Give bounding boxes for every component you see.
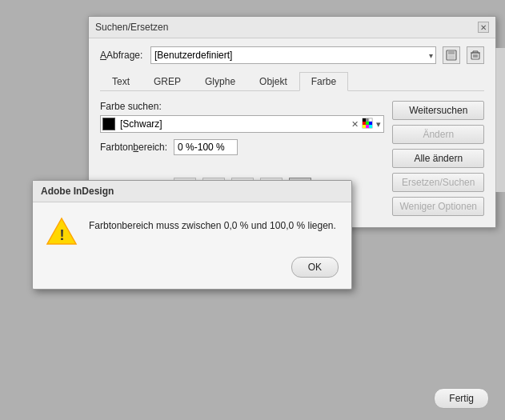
farbe-suchen-label: Farbe suchen:	[100, 101, 384, 112]
alert-body: ! Farbtonbereich muss zwischen 0,0 % und…	[33, 202, 351, 257]
dialog-title: Suchen/Ersetzen	[95, 22, 168, 33]
farbton-input[interactable]	[174, 139, 238, 155]
svg-rect-18	[363, 125, 366, 128]
svg-rect-2	[448, 55, 455, 59]
svg-rect-15	[363, 122, 366, 125]
abfrage-select[interactable]: [Benutzerdefiniert]	[150, 46, 436, 64]
alert-title: Adobe InDesign	[41, 186, 114, 197]
farbton-row: Farbtonbereich:	[100, 139, 384, 155]
alert-titlebar: Adobe InDesign	[33, 181, 351, 202]
tab-grep[interactable]: GREP	[142, 72, 193, 91]
tabs-row: Text GREP Glyphe Objekt Farbe	[100, 72, 484, 91]
svg-rect-16	[366, 122, 369, 125]
color-icons: ✕	[351, 117, 382, 131]
alert-footer: OK	[33, 257, 351, 289]
alle-aendern-button[interactable]: Alle ändern	[392, 149, 484, 168]
ersetzen-suchen-button[interactable]: Ersetzen/Suchen	[392, 173, 484, 192]
abfrage-label: AAbfrage:	[100, 50, 144, 61]
color-menu-icon[interactable]: ▾	[375, 118, 382, 130]
tab-text[interactable]: Text	[100, 72, 142, 91]
warning-icon: !	[46, 215, 78, 247]
abfrage-select-wrapper: [Benutzerdefiniert] ▾	[150, 46, 436, 64]
farbton-label: Farbtonbereich:	[100, 142, 167, 153]
svg-rect-20	[369, 125, 372, 128]
fertig-button[interactable]: Fertig	[434, 388, 489, 409]
alert-dialog: Adobe InDesign ! Farbtonbereich muss zwi…	[32, 180, 352, 290]
tab-objekt[interactable]: Objekt	[247, 72, 299, 91]
svg-rect-17	[369, 122, 372, 125]
delete-query-button[interactable]	[467, 46, 484, 64]
tab-glyphe[interactable]: Glyphe	[193, 72, 247, 91]
abfrage-row: AAbfrage: [Benutzerdefiniert] ▾	[100, 46, 484, 64]
dialog-titlebar: Suchen/Ersetzen ✕	[89, 17, 495, 38]
close-button[interactable]: ✕	[478, 22, 489, 33]
svg-rect-14	[369, 118, 372, 122]
svg-rect-12	[363, 118, 366, 122]
color-input-row: ✕	[100, 115, 384, 133]
right-panel: Weitersuchen Ändern Alle ändern Ersetzen…	[392, 101, 484, 216]
alert-message: Farbtonbereich muss zwischen 0,0 % und 1…	[89, 215, 336, 233]
ok-button[interactable]: OK	[291, 257, 339, 278]
color-name-input[interactable]	[117, 118, 349, 130]
right-edge-panel	[495, 48, 505, 192]
weniger-optionen-button[interactable]: Weniger Optionen	[392, 197, 484, 216]
save-query-button[interactable]	[443, 46, 460, 64]
color-picker-icon[interactable]	[361, 117, 374, 131]
aendern-button[interactable]: Ändern	[392, 125, 484, 144]
svg-rect-19	[366, 125, 369, 128]
tab-farbe[interactable]: Farbe	[299, 72, 348, 91]
fertig-row: Fertig	[434, 388, 489, 409]
svg-rect-1	[448, 50, 455, 54]
svg-rect-13	[366, 118, 369, 122]
color-swatch	[102, 118, 115, 130]
svg-text:!: !	[60, 227, 65, 243]
clear-color-icon[interactable]: ✕	[351, 118, 359, 130]
weitersuch-button[interactable]: Weitersuchen	[392, 101, 484, 120]
